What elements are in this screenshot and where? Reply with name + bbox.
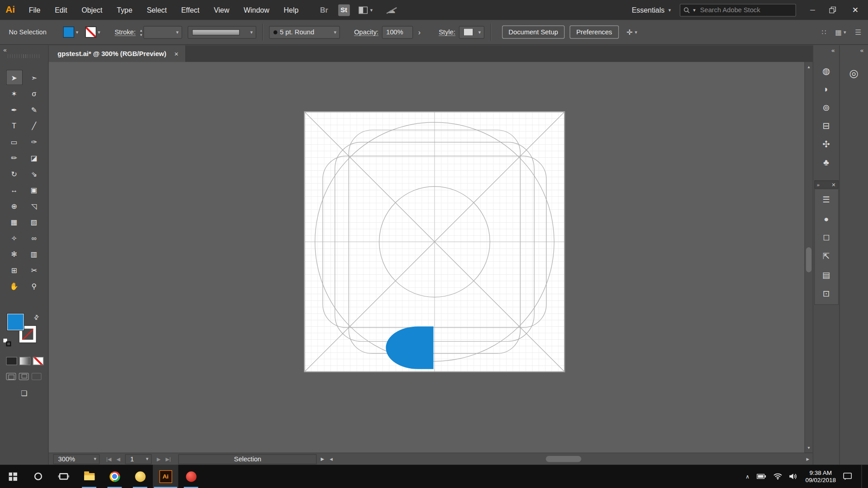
- brushes-panel-icon[interactable]: ♣: [817, 153, 836, 171]
- none-mode-button[interactable]: [33, 357, 43, 365]
- last-artboard-icon[interactable]: ▶|: [165, 456, 170, 462]
- battery-icon[interactable]: [757, 474, 766, 479]
- task-view-button[interactable]: [51, 465, 76, 488]
- scroll-up-icon[interactable]: ▲: [807, 62, 811, 71]
- stroke-weight-stepper[interactable]: ▴ ▾: [140, 28, 142, 36]
- arrange-documents-button[interactable]: ▾: [359, 6, 373, 14]
- artboards-panel-icon[interactable]: ⊡: [817, 284, 836, 303]
- blend-tool[interactable]: ∞: [26, 230, 42, 245]
- stroke-swatch[interactable]: [85, 27, 96, 38]
- extra-options-control[interactable]: ✛ ▾: [627, 28, 637, 36]
- free-transform-tool[interactable]: ▣: [26, 182, 42, 197]
- stroke-label[interactable]: Stroke:: [115, 28, 136, 36]
- stepper-up-icon[interactable]: ▴: [140, 28, 142, 32]
- lasso-tool[interactable]: σ: [26, 86, 42, 101]
- menu-window[interactable]: Window: [236, 0, 276, 20]
- paintbrush-tool[interactable]: ✑: [26, 134, 42, 149]
- menu-view[interactable]: View: [207, 0, 236, 20]
- panel-drag-handle[interactable]: [8, 54, 40, 58]
- minimize-button[interactable]: ─: [803, 0, 823, 20]
- rectangle-tool[interactable]: ▭: [6, 134, 23, 149]
- stepper-down-icon[interactable]: ▾: [140, 33, 142, 37]
- stroke-weight-dropdown[interactable]: ▾: [143, 26, 182, 38]
- hand-tool[interactable]: ✋: [6, 278, 23, 294]
- zoom-level-dropdown[interactable]: 300% ▾: [53, 454, 100, 464]
- style-dropdown[interactable]: ▾: [459, 26, 484, 38]
- column-graph-tool[interactable]: ▥: [26, 246, 42, 262]
- fill-color-indicator[interactable]: [7, 314, 24, 330]
- dock-options-control[interactable]: ▦ ▾: [835, 28, 846, 36]
- direct-selection-tool[interactable]: ➣: [26, 70, 42, 85]
- chrome-button[interactable]: [102, 465, 127, 488]
- line-segment-tool[interactable]: ╱: [26, 118, 42, 133]
- vertical-scroll-thumb[interactable]: [806, 247, 811, 272]
- swatches-panel-icon[interactable]: ⊟: [817, 117, 836, 135]
- color-panel-icon[interactable]: ●: [817, 209, 836, 228]
- layers-panel-icon[interactable]: ▤: [817, 266, 836, 285]
- pen-tool[interactable]: ✒: [6, 102, 23, 117]
- gradient-tool[interactable]: ▧: [26, 214, 42, 230]
- menu-edit[interactable]: Edit: [47, 0, 74, 20]
- vertical-scroll-track[interactable]: [805, 71, 812, 443]
- yellow-app-button[interactable]: [127, 465, 153, 488]
- collapse-tools-icon[interactable]: «: [3, 47, 7, 53]
- red-app-button[interactable]: [178, 465, 203, 488]
- cc-libraries-icon[interactable]: ◎: [844, 64, 863, 82]
- gradient-panel-icon[interactable]: ◗: [817, 80, 836, 99]
- curvature-tool[interactable]: ✎: [26, 102, 42, 117]
- menu-file[interactable]: File: [22, 0, 47, 20]
- mesh-tool[interactable]: ▦: [6, 214, 23, 230]
- default-fill-stroke-icon[interactable]: [3, 338, 11, 346]
- expand-panel-group-icon[interactable]: »: [817, 182, 820, 187]
- scroll-down-icon[interactable]: ▼: [807, 443, 811, 453]
- canvas[interactable]: [49, 62, 804, 452]
- horizontal-scroll-track[interactable]: [335, 455, 804, 463]
- color-mode-button[interactable]: [6, 357, 17, 365]
- horizontal-scroll-thumb[interactable]: [546, 456, 581, 462]
- color-guide-panel-icon[interactable]: ⊚: [817, 99, 836, 117]
- style-label[interactable]: Style:: [439, 28, 456, 36]
- menu-type[interactable]: Type: [109, 0, 139, 20]
- file-explorer-button[interactable]: [76, 465, 102, 488]
- eyedropper-tool[interactable]: ✧: [6, 230, 23, 245]
- horizontal-scrollbar[interactable]: ◀ ▶: [330, 455, 809, 463]
- zoom-tool[interactable]: ⚲: [26, 278, 42, 294]
- magic-wand-tool[interactable]: ✶: [6, 86, 23, 101]
- asset-export-panel-icon[interactable]: ⇱: [817, 247, 836, 266]
- eraser-tool[interactable]: ◪: [26, 150, 42, 165]
- first-artboard-icon[interactable]: |◀: [106, 456, 111, 462]
- fill-color-control[interactable]: ▾: [63, 27, 79, 38]
- next-artboard-icon[interactable]: ▶: [157, 456, 160, 462]
- show-desktop-button[interactable]: [861, 465, 863, 488]
- opacity-expand-arrow[interactable]: ›: [415, 26, 425, 38]
- cortana-button[interactable]: [25, 465, 51, 488]
- bridge-icon[interactable]: Br: [320, 6, 328, 14]
- fill-swatch[interactable]: [63, 27, 74, 38]
- draw-inside-button[interactable]: [32, 373, 42, 380]
- artboard-number-dropdown[interactable]: 1 ▾: [125, 454, 152, 464]
- scale-tool[interactable]: ⇘: [26, 166, 42, 181]
- shaper-tool[interactable]: ✏: [6, 150, 23, 165]
- action-center-icon[interactable]: [843, 473, 852, 480]
- vertical-scrollbar[interactable]: ▲ ▼: [804, 62, 812, 452]
- opacity-label[interactable]: Opacity:: [354, 28, 378, 36]
- scroll-right-icon[interactable]: ▶: [807, 457, 810, 461]
- grid-view-icon[interactable]: ∷: [821, 28, 826, 36]
- symbol-sprayer-tool[interactable]: ✻: [6, 246, 23, 262]
- draw-normal-button[interactable]: [6, 373, 16, 380]
- search-input[interactable]: [699, 5, 792, 14]
- width-tool[interactable]: ↔: [6, 182, 23, 197]
- previous-artboard-icon[interactable]: ◀: [116, 456, 120, 462]
- adobe-stock-icon[interactable]: St: [338, 4, 350, 16]
- document-setup-button[interactable]: Document Setup: [502, 25, 565, 38]
- tray-expand-icon[interactable]: ∧: [745, 474, 750, 479]
- menu-effect[interactable]: Effect: [174, 0, 207, 20]
- brush-definition-dropdown[interactable]: 5 pt. Round ▾: [269, 26, 340, 38]
- menu-select[interactable]: Select: [140, 0, 174, 20]
- close-panel-group-icon[interactable]: ✕: [831, 182, 835, 187]
- document-tab[interactable]: gpstest.ai* @ 300% (RGB/Preview) ✕: [49, 45, 186, 62]
- transform-panel-icon[interactable]: ◻: [817, 228, 836, 247]
- width-profile-dropdown[interactable]: ▾: [188, 26, 256, 38]
- color-themes-panel-icon[interactable]: ◍: [817, 62, 836, 80]
- restore-button[interactable]: [823, 0, 843, 20]
